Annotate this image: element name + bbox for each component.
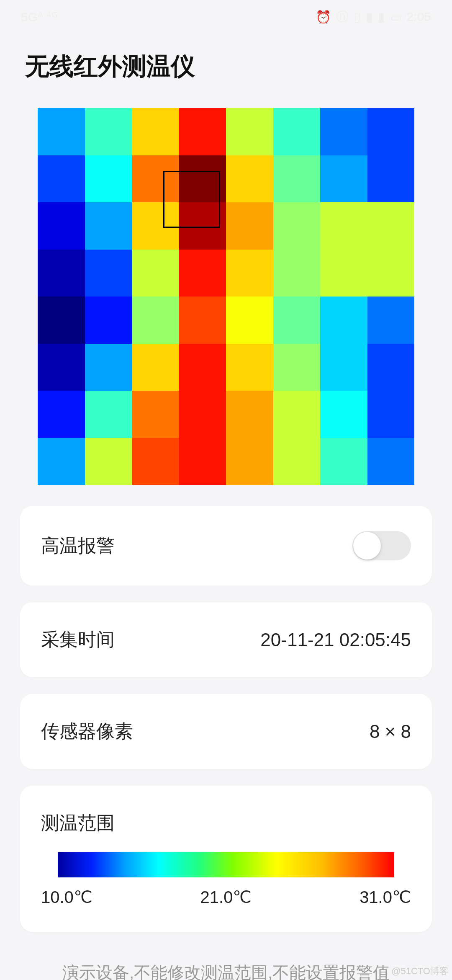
alarm-card[interactable]: 高温报警	[20, 506, 432, 585]
range-max: 31.0℃	[360, 887, 411, 907]
watermark: @51CTO博客	[391, 965, 449, 977]
thermal-heatmap	[38, 108, 414, 485]
time-label: 采集时间	[41, 627, 115, 652]
range-label: 测温范围	[41, 811, 411, 836]
footer-note: 演示设备,不能修改测温范围,不能设置报警值	[0, 949, 452, 980]
signal-icon: ▮	[378, 10, 385, 24]
status-bar: 5Gᴬ ⁴ᴳ ⏰ ⓝ ▯ ▮ ▮ ▭ 2:05	[0, 0, 452, 34]
battery-icon: ▭	[390, 10, 402, 24]
alarm-toggle[interactable]	[352, 531, 411, 560]
range-card[interactable]: 测温范围 10.0℃ 21.0℃ 31.0℃	[20, 786, 432, 932]
pixel-label: 传感器像素	[41, 719, 133, 744]
status-left: 5Gᴬ ⁴ᴳ	[21, 10, 58, 24]
page-title: 无线红外测温仪	[0, 34, 452, 95]
alarm-icon: ⏰	[316, 10, 331, 24]
range-min: 10.0℃	[41, 887, 92, 907]
pixel-card[interactable]: 传感器像素 8 × 8	[20, 694, 432, 769]
range-gradient	[58, 852, 394, 877]
time-card[interactable]: 采集时间 20-11-21 02:05:45	[20, 602, 432, 677]
time-value: 20-11-21 02:05:45	[260, 629, 411, 650]
alarm-label: 高温报警	[41, 534, 115, 558]
hotspot-marker	[163, 171, 220, 228]
toggle-knob	[353, 532, 381, 560]
status-time: 2:05	[407, 10, 431, 24]
range-mid: 21.0℃	[200, 887, 252, 907]
signal-icon: ▮	[366, 10, 373, 24]
nfc-icon: ⓝ	[336, 8, 349, 26]
vibrate-icon: ▯	[354, 10, 361, 24]
pixel-value: 8 × 8	[370, 721, 411, 742]
